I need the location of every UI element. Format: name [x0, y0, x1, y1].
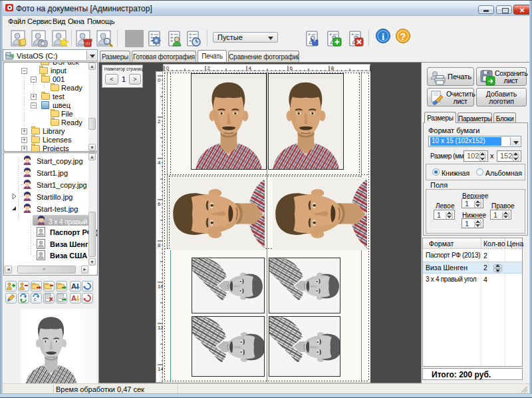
svg-text:8: 8: [158, 242, 161, 248]
svg-text:?: ?: [400, 31, 406, 42]
svg-text:4: 4: [249, 65, 252, 71]
svg-text:0: 0: [158, 77, 161, 83]
svg-text:6: 6: [290, 65, 293, 71]
svg-text:8: 8: [331, 65, 334, 71]
svg-text:0: 0: [166, 65, 170, 71]
svg-text:A: A: [71, 294, 76, 302]
svg-text:c: c: [34, 297, 37, 301]
svg-text:2: 2: [207, 65, 211, 71]
svg-text:A: A: [71, 282, 76, 290]
svg-text:6: 6: [158, 201, 161, 207]
svg-text:4: 4: [158, 160, 161, 166]
svg-text:2: 2: [158, 118, 161, 124]
svg-text:i: i: [382, 31, 384, 42]
